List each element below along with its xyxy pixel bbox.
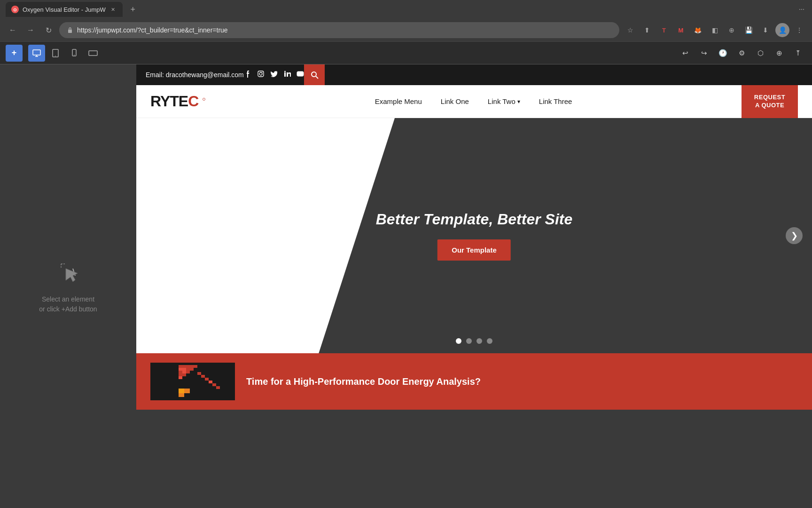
svg-rect-40	[179, 376, 182, 379]
components-button[interactable]: ⬡	[752, 45, 769, 62]
menu-button[interactable]: ⋮	[792, 23, 806, 37]
linkedin-icon[interactable]	[283, 70, 291, 79]
ext4-button[interactable]: ◧	[708, 23, 722, 37]
logo-dot: C	[188, 93, 198, 110]
nav-example-menu[interactable]: Example Menu	[375, 97, 422, 105]
desktop-icon	[32, 48, 41, 58]
svg-rect-32	[182, 368, 186, 371]
browser-titlebar: O Oxygen Visual Editor - JumpW ✕ + ⋯	[0, 0, 812, 19]
svg-rect-27	[182, 365, 186, 368]
mobile-icon	[70, 48, 79, 58]
door-thumbnail	[150, 363, 235, 400]
website-preview: Email: dracothewang@email.com	[136, 64, 812, 508]
twitter-icon[interactable]	[270, 70, 278, 79]
facebook-icon[interactable]	[244, 70, 251, 79]
tab-title: Oxygen Visual Editor - JumpW	[23, 6, 106, 13]
ext3-button[interactable]: 🦊	[691, 23, 705, 37]
cursor-icon	[56, 259, 80, 287]
svg-rect-28	[186, 365, 190, 368]
downloads-button[interactable]: ⬇	[758, 23, 773, 37]
save-page-button[interactable]: ⤒	[789, 45, 806, 62]
carousel-dot-1[interactable]	[456, 338, 461, 344]
address-bar[interactable]: https://jumpwpt.com/?ct_builder=true&ct_…	[59, 22, 619, 38]
nav-link-one[interactable]: Link One	[441, 97, 469, 105]
profile-button[interactable]: 👤	[775, 23, 789, 37]
tablet-view-button[interactable]	[47, 45, 64, 62]
nav-link-two[interactable]: Link Two ▾	[488, 97, 520, 105]
browser-tab[interactable]: O Oxygen Visual Editor - JumpW ✕	[6, 2, 123, 17]
left-sidebar: Select an element or click +Add button	[0, 64, 136, 508]
select-hint: Select an element or click +Add button	[39, 294, 97, 314]
instagram-icon[interactable]	[257, 70, 265, 79]
carousel-dot-3[interactable]	[476, 338, 482, 344]
carousel-cta-button[interactable]: Our Template	[437, 239, 511, 261]
social-icons	[244, 70, 304, 79]
svg-point-9	[74, 55, 75, 56]
svg-rect-10	[89, 51, 97, 56]
door-graphic	[150, 363, 235, 400]
site-logo[interactable]: RYTEC	[150, 93, 205, 110]
svg-rect-36	[182, 371, 186, 373]
save-button[interactable]: 💾	[742, 23, 756, 37]
svg-marker-14	[66, 269, 78, 282]
right-tools: ↩ ↪ 🕐 ⚙ ⬡ ⊕ ⤒	[677, 45, 806, 62]
ext5-button[interactable]: ⊕	[725, 23, 739, 37]
svg-text:O: O	[13, 8, 16, 12]
desktop-view-button[interactable]	[28, 45, 45, 62]
svg-point-19	[284, 71, 286, 72]
svg-line-23	[316, 76, 318, 79]
carousel-dot-4[interactable]	[487, 338, 492, 344]
maximize-button[interactable]: ⋯	[797, 4, 806, 15]
share-button[interactable]: ⬆	[640, 23, 654, 37]
carousel-next-button[interactable]: ❯	[786, 227, 803, 244]
history-button[interactable]: 🕐	[714, 45, 731, 62]
cta-line2: A QUOTE	[754, 102, 785, 110]
nav-link-three[interactable]: Link Three	[539, 97, 572, 105]
undo-button[interactable]: ↩	[677, 45, 694, 62]
reload-button[interactable]: ↻	[41, 23, 55, 37]
svg-rect-44	[197, 372, 201, 375]
more-button[interactable]: ⊕	[771, 45, 788, 62]
carousel-dot-2[interactable]	[466, 338, 472, 344]
add-element-button[interactable]: +	[6, 45, 23, 62]
browser-nav: ← → ↻ https://jumpwpt.com/?ct_builder=tr…	[0, 19, 812, 41]
site-bottom-section: Time for a High-Performance Door Energy …	[136, 353, 812, 410]
youtube-icon[interactable]	[297, 70, 304, 79]
site-search-button[interactable]	[304, 64, 325, 85]
tab-favicon: O	[11, 6, 19, 13]
ext2-button[interactable]: M	[674, 23, 688, 37]
settings-button[interactable]: ⚙	[733, 45, 750, 62]
carousel-title: Better Template, Better Site	[376, 211, 572, 228]
dropdown-arrow-icon: ▾	[517, 98, 520, 105]
lock-icon	[67, 27, 73, 33]
svg-rect-42	[184, 389, 190, 393]
bookmark-star-button[interactable]: ☆	[623, 23, 637, 37]
ext1-button[interactable]: T	[657, 23, 671, 37]
svg-rect-48	[212, 383, 216, 386]
svg-rect-3	[33, 50, 40, 55]
select-cursor-icon	[56, 259, 80, 283]
svg-point-22	[312, 72, 316, 77]
svg-rect-33	[186, 368, 190, 371]
site-carousel: ❮ Better Template, Better Site Our Templ…	[136, 118, 812, 353]
tab-close-button[interactable]: ✕	[109, 6, 117, 13]
svg-rect-31	[179, 368, 182, 371]
svg-point-7	[55, 56, 56, 56]
svg-rect-34	[190, 368, 194, 371]
forward-button[interactable]: →	[23, 23, 38, 37]
svg-rect-46	[205, 378, 209, 381]
new-tab-button[interactable]: +	[126, 3, 140, 16]
back-button[interactable]: ←	[6, 23, 20, 37]
svg-point-17	[262, 72, 263, 72]
mobile-view-button[interactable]	[66, 45, 83, 62]
request-quote-button[interactable]: REQUEST A QUOTE	[742, 85, 798, 118]
cta-line1: REQUEST	[754, 94, 785, 102]
redo-button[interactable]: ↪	[695, 45, 712, 62]
topbar-email: Email: dracothewang@email.com	[146, 71, 244, 79]
widescreen-view-button[interactable]	[85, 45, 102, 62]
svg-rect-35	[179, 371, 182, 373]
svg-rect-30	[194, 365, 197, 368]
carousel-prev-button[interactable]: ❮	[146, 227, 163, 244]
svg-rect-15	[258, 71, 264, 77]
url-text: https://jumpwpt.com/?ct_builder=true&ct_…	[77, 26, 612, 34]
